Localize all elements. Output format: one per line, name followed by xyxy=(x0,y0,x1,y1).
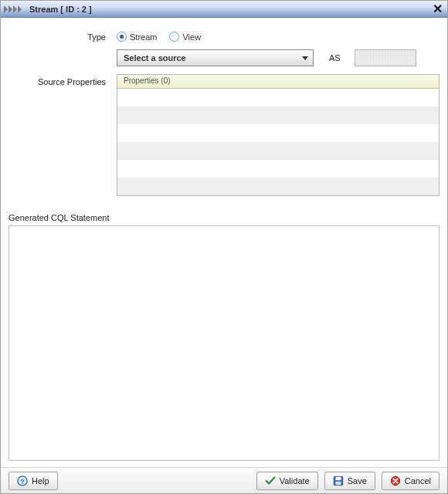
validate-button-label: Validate xyxy=(280,476,310,486)
window-title: Stream [ ID : 2 ] xyxy=(29,5,433,14)
dialog-body: Type Stream View Select a source AS xyxy=(1,18,447,467)
cancel-button[interactable]: Cancel xyxy=(382,472,440,490)
properties-table: Properties (0) xyxy=(117,74,440,196)
save-button[interactable]: Save xyxy=(324,472,375,490)
cql-label: Generated CQL Statement xyxy=(8,213,440,222)
help-icon: ? xyxy=(17,475,28,486)
radio-icon xyxy=(169,32,179,42)
table-row xyxy=(117,124,439,142)
svg-rect-4 xyxy=(335,481,341,484)
help-button-label: Help xyxy=(32,476,49,486)
cql-textarea[interactable] xyxy=(8,225,440,461)
stream-icon xyxy=(4,4,25,15)
properties-header: Properties (0) xyxy=(117,75,439,89)
cancel-icon xyxy=(390,475,401,486)
source-select-text: Select a source xyxy=(124,53,186,63)
save-icon xyxy=(333,475,344,486)
radio-stream-label: Stream xyxy=(130,32,157,42)
footer: ? Help Validate Save Cancel xyxy=(1,467,447,493)
help-button[interactable]: ? Help xyxy=(8,472,58,490)
radio-stream[interactable]: Stream xyxy=(117,32,157,42)
radio-view-label: View xyxy=(182,32,201,42)
close-button[interactable]: ✕ xyxy=(433,4,443,15)
chevron-down-icon xyxy=(302,56,308,60)
dialog-window: Stream [ ID : 2 ] ✕ Type Stream View Sel… xyxy=(0,0,448,494)
table-row xyxy=(117,142,439,160)
table-row xyxy=(117,89,439,107)
svg-text:?: ? xyxy=(20,477,24,485)
table-row xyxy=(117,178,439,195)
titlebar: Stream [ ID : 2 ] ✕ xyxy=(1,1,447,18)
as-label: AS xyxy=(329,53,341,63)
check-icon xyxy=(265,475,276,486)
type-label: Type xyxy=(8,32,117,42)
table-row xyxy=(117,107,439,124)
radio-view[interactable]: View xyxy=(169,32,201,42)
source-properties-label: Source Properties xyxy=(8,74,117,86)
save-button-label: Save xyxy=(348,476,367,486)
svg-rect-3 xyxy=(335,476,341,479)
cancel-button-label: Cancel xyxy=(405,476,431,486)
table-row xyxy=(117,160,439,178)
validate-button[interactable]: Validate xyxy=(256,472,318,490)
source-select[interactable]: Select a source xyxy=(117,49,314,66)
as-input[interactable] xyxy=(355,49,416,66)
radio-icon xyxy=(117,32,127,42)
